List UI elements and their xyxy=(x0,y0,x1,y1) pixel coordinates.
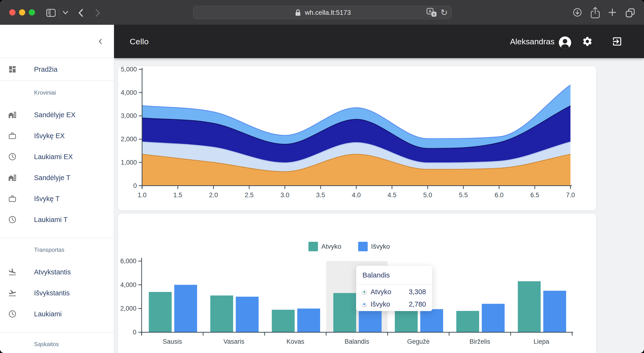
sidebar-item-išvykę-ex[interactable]: Išvykę EX xyxy=(0,125,114,146)
sidebar-item-label: Pradžia xyxy=(34,66,57,73)
stacked-area-chart[interactable]: 01,0002,0003,0004,0005,0001.01.52.02.53.… xyxy=(118,66,596,210)
download-icon[interactable] xyxy=(572,7,582,18)
sidebar-item-label: Laukiami xyxy=(34,310,62,318)
sidebar-item-sandėlyje-t[interactable]: Sandėlyje T xyxy=(0,167,114,188)
clock-icon xyxy=(8,152,17,161)
svg-text:x: x xyxy=(433,12,435,16)
user-name: Aleksandras xyxy=(510,25,554,58)
sidebar-panel-icon[interactable] xyxy=(45,7,57,19)
close-window-button[interactable] xyxy=(9,9,16,16)
clock-icon xyxy=(8,310,17,318)
sidebar-header xyxy=(0,25,114,58)
sidebar-item-label: Išvykę T xyxy=(34,195,60,203)
lock-icon xyxy=(294,8,302,18)
tooltip-row-value: 3,308 xyxy=(409,288,426,296)
x-tick-label: 1.0 xyxy=(138,191,146,199)
x-tick-label: 3.5 xyxy=(316,191,325,199)
url-text: wh.cella.lt:5173 xyxy=(305,9,351,17)
sidebar-item-label: Išvykę EX xyxy=(34,132,65,140)
legend-swatch-isvyko[interactable] xyxy=(358,242,368,251)
sidebar-item-sandėlyje-ex[interactable]: Sandėlyje EX xyxy=(0,104,114,125)
bar-atvyko-liepa[interactable] xyxy=(518,281,541,332)
sidebar-section-label: Sąskaitos xyxy=(34,341,59,347)
back-icon[interactable] xyxy=(76,7,86,19)
bar-išvyko-liepa[interactable] xyxy=(543,291,566,332)
x-tick-label: 5.5 xyxy=(459,191,468,199)
zoom-window-button[interactable] xyxy=(29,9,35,16)
legend-swatch-atvyko[interactable] xyxy=(308,242,318,251)
new-tab-icon[interactable] xyxy=(607,7,618,18)
y-tick-label: 2,000 xyxy=(120,305,136,312)
reload-icon[interactable]: ↻ xyxy=(440,8,448,18)
sidebar: PradžiaKroviniaiSandėlyje EXIšvykę EXLau… xyxy=(0,25,114,353)
warehouse-icon xyxy=(8,111,17,119)
sidebar-section-transportas: Transportas xyxy=(0,238,114,261)
y-tick-label: 0 xyxy=(133,329,136,336)
sidebar-item-label: Sandėlyje T xyxy=(34,174,70,182)
bar-išvyko-gegužė[interactable] xyxy=(420,309,443,332)
logout-icon[interactable] xyxy=(612,36,622,47)
browser-chrome: wh.cella.lt:5173 A x ↻ xyxy=(0,0,644,25)
chevron-down-icon[interactable] xyxy=(61,10,70,16)
sidebar-item-label: Išvykstantis xyxy=(34,289,70,297)
minimize-window-button[interactable] xyxy=(19,9,25,16)
bar-išvyko-vasaris[interactable] xyxy=(236,297,259,332)
sidebar-item-išvykstantis[interactable]: Išvykstantis xyxy=(0,282,114,303)
briefcase-icon xyxy=(8,194,17,203)
category-label: Balandis xyxy=(344,338,369,345)
x-tick-label: 1.5 xyxy=(173,191,182,199)
tooltip-row: Atvyko 3,308 xyxy=(356,286,432,297)
tab-overview-icon[interactable] xyxy=(624,7,636,19)
briefcase-icon xyxy=(8,132,17,140)
svg-text:A: A xyxy=(428,9,432,14)
forward-icon[interactable] xyxy=(93,7,102,19)
legend-label-isvyko[interactable]: Išvyko xyxy=(371,242,390,251)
sidebar-item-label: Sandėlyje EX xyxy=(34,111,76,119)
category-label: Vasaris xyxy=(224,338,244,345)
sidebar-item-atvykstantis[interactable]: Atvykstantis xyxy=(0,261,114,282)
category-label: Birželis xyxy=(470,338,490,345)
bar-atvyko-gegužė[interactable] xyxy=(395,311,418,332)
bar-išvyko-birželis[interactable] xyxy=(482,304,504,332)
bar-atvyko-balandis[interactable] xyxy=(334,293,356,332)
sidebar-nav: PradžiaKroviniaiSandėlyje EXIšvykę EXLau… xyxy=(0,58,114,353)
bar-atvyko-sausis[interactable] xyxy=(149,292,172,332)
sidebar-item-laukiami[interactable]: Laukiami xyxy=(0,303,114,324)
dashboard-icon xyxy=(8,65,17,74)
y-tick-label: 4,000 xyxy=(120,281,136,288)
avatar-icon[interactable] xyxy=(558,36,572,49)
sidebar-item-išvykę-t[interactable]: Išvykę T xyxy=(0,188,114,209)
category-label: Liepa xyxy=(534,338,550,345)
x-tick-label: 2.0 xyxy=(209,191,218,199)
sidebar-item-laukiami-t[interactable]: Laukiami T xyxy=(0,209,114,230)
y-tick-label: 6,000 xyxy=(120,257,136,265)
bar-atvyko-birželis[interactable] xyxy=(456,311,479,332)
y-tick-label: 1,000 xyxy=(121,159,137,166)
x-tick-label: 6.5 xyxy=(530,191,539,199)
series-dot-isvyko xyxy=(362,302,366,306)
x-tick-label: 6.0 xyxy=(494,191,504,199)
bar-išvyko-sausis[interactable] xyxy=(174,285,197,332)
browser-window: wh.cella.lt:5173 A x ↻ xyxy=(0,0,644,353)
legend-label-atvyko[interactable]: Atvyko xyxy=(321,242,341,251)
address-bar[interactable]: wh.cella.lt:5173 A x ↻ xyxy=(193,6,452,19)
sidebar-item-label: Laukiami T xyxy=(34,216,68,224)
series-dot-atvyko xyxy=(362,290,366,294)
sidebar-item-label: Laukiami EX xyxy=(34,153,73,161)
sidebar-item-label: Atvykstantis xyxy=(34,268,71,276)
x-tick-label: 3.0 xyxy=(280,191,290,199)
bar-chart-card: 02,0004,0006,000SausisVasarisKovasBaland… xyxy=(118,214,596,353)
clock-icon xyxy=(8,215,17,224)
category-label: Sausis xyxy=(163,338,182,345)
share-icon[interactable] xyxy=(590,6,600,19)
bar-atvyko-vasaris[interactable] xyxy=(210,296,233,332)
gear-icon[interactable] xyxy=(582,36,593,47)
bar-išvyko-kovas[interactable] xyxy=(297,308,320,332)
translate-icon[interactable]: A x xyxy=(426,8,437,18)
sidebar-item-pradžia[interactable]: Pradžia xyxy=(0,58,114,81)
category-label: Kovas xyxy=(286,338,304,345)
sidebar-item-laukiami-ex[interactable]: Laukiami EX xyxy=(0,146,114,167)
bar-atvyko-kovas[interactable] xyxy=(272,310,295,332)
sidebar-section-label: Transportas xyxy=(34,246,64,253)
collapse-sidebar-icon[interactable] xyxy=(97,38,104,45)
